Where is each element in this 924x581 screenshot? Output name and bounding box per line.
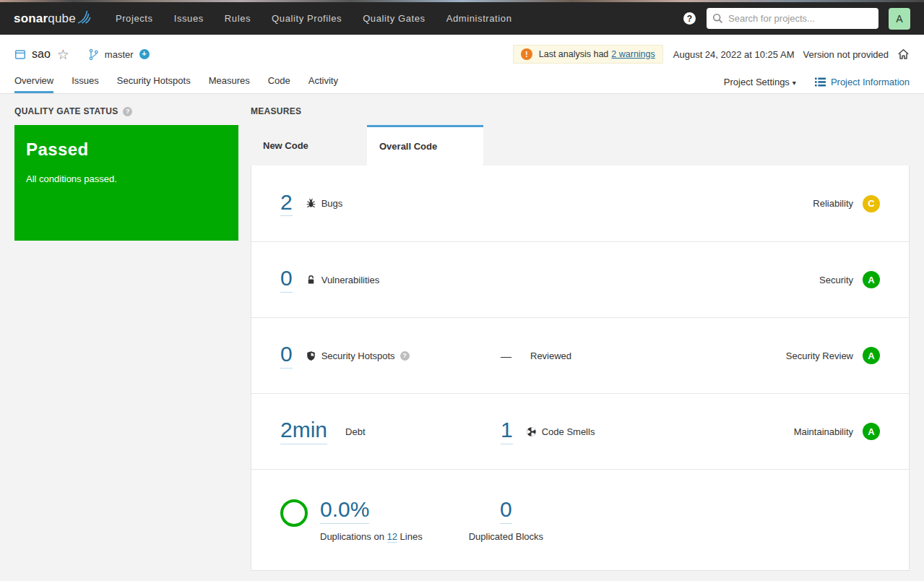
project-information-button[interactable]: Project Information <box>815 77 910 87</box>
nav-item-issues[interactable]: Issues <box>174 13 204 24</box>
tab-issues[interactable]: Issues <box>72 72 99 93</box>
hotspots-cell: 0 Security Hotspots ? <box>280 343 501 369</box>
tab-activity[interactable]: Activity <box>308 72 338 93</box>
measure-row-bugs: 2 Bugs Reliability C <box>251 165 909 241</box>
tab-overview[interactable]: Overview <box>14 72 53 93</box>
logo-swoosh-icon <box>77 9 92 25</box>
home-icon[interactable] <box>897 48 910 60</box>
security-review-rating-badge: A <box>863 347 880 364</box>
measures-heading: MEASURES <box>251 106 910 116</box>
measure-row-maintainability: 2min Debt 1 Co <box>251 393 909 469</box>
analysis-warning-badge: ! Last analysis had 2 warnings <box>513 45 663 64</box>
favorite-star-icon[interactable]: ☆ <box>57 48 69 61</box>
open-lock-icon <box>306 275 316 285</box>
quality-gate-heading: QUALITY GATE STATUS ? <box>14 106 238 116</box>
measure-row-security-hotspots: 0 Security Hotspots ? — Reviewed <box>251 317 909 393</box>
tab-code[interactable]: Code <box>268 72 290 93</box>
tab-measures[interactable]: Measures <box>209 72 250 93</box>
measures-section: MEASURES New Code Overall Code 2 Bugs <box>251 106 910 571</box>
overview-content: QUALITY GATE STATUS ? Passed All conditi… <box>0 94 924 581</box>
duplications-percent-link[interactable]: 0.0% <box>320 498 369 524</box>
bugs-count-link[interactable]: 2 <box>280 191 293 217</box>
project-settings-dropdown[interactable]: Project Settings▾ <box>724 77 796 87</box>
tab-overall-code[interactable]: Overall Code <box>367 125 483 165</box>
search-input[interactable] <box>707 8 878 29</box>
debt-label: Debt <box>345 426 365 437</box>
project-header-meta: ! Last analysis had 2 warnings August 24… <box>513 45 910 64</box>
maintainability-rating-badge: A <box>863 423 880 440</box>
maintainability-label: Maintainability <box>794 426 853 437</box>
shield-icon <box>306 350 316 361</box>
duplications-cell: 0.0% Duplications on 12 Lines <box>320 498 423 542</box>
maintainability-rating-group: Maintainability A <box>794 423 880 440</box>
project-header: sao ☆ master + ! Last analysis had 2 war… <box>0 35 924 94</box>
quality-gate-section: QUALITY GATE STATUS ? Passed All conditi… <box>14 106 238 571</box>
project-information-label: Project Information <box>831 77 910 87</box>
nav-item-quality-gates[interactable]: Quality Gates <box>363 13 426 24</box>
hotspots-label: Security Hotspots <box>321 350 395 361</box>
nav-item-projects[interactable]: Projects <box>116 13 153 24</box>
hotspots-count-link[interactable]: 0 <box>280 343 293 369</box>
vulnerabilities-label: Vulnerabilities <box>321 275 379 285</box>
warning-icon: ! <box>521 48 532 60</box>
debt-value-link[interactable]: 2min <box>280 418 327 444</box>
search-wrap <box>707 8 878 29</box>
main-nav: Projects Issues Rules Quality Profiles Q… <box>116 13 533 24</box>
project-identity: sao ☆ <box>14 48 69 61</box>
navbar-right: ? A <box>683 8 910 30</box>
duplications-label: Duplications on 12 Lines <box>320 531 423 542</box>
logo-text: sonarqube <box>14 12 76 26</box>
branch-selector: master + <box>88 48 150 61</box>
tab-new-code[interactable]: New Code <box>251 125 367 165</box>
tab-security-hotspots[interactable]: Security Hotspots <box>117 72 191 93</box>
security-rating-group: Security A <box>819 271 880 288</box>
project-icon <box>14 48 26 60</box>
help-icon[interactable]: ? <box>683 12 696 25</box>
branch-name: master <box>105 49 134 60</box>
measures-tabs: New Code Overall Code <box>251 125 910 165</box>
reliability-rating-badge: C <box>863 195 880 212</box>
security-label: Security <box>819 275 853 285</box>
branch-plus-icon[interactable]: + <box>139 49 150 59</box>
vulnerabilities-count-link[interactable]: 0 <box>280 267 293 293</box>
code-smell-icon <box>526 426 537 437</box>
project-tabs-row: Overview Issues Security Hotspots Measur… <box>14 72 910 93</box>
code-smells-group: 1 Code Smells <box>501 418 794 444</box>
bugs-label: Bugs <box>321 198 343 209</box>
code-smells-metric: Code Smells <box>526 426 595 437</box>
duplication-ring-icon <box>280 499 308 527</box>
duplicated-blocks-link[interactable]: 0 <box>500 498 512 524</box>
code-smells-count-link[interactable]: 1 <box>501 418 513 444</box>
measures-panel: 2 Bugs Reliability C <box>251 165 910 571</box>
bugs-metric: Bugs <box>306 198 343 209</box>
measure-row-vulnerabilities: 0 Vulnerabilities Security A <box>251 241 909 317</box>
bugs-cell: 2 Bugs <box>280 191 501 217</box>
quality-gate-description: All conditions passed. <box>26 173 227 184</box>
hotspots-metric: Security Hotspots ? <box>306 350 410 361</box>
branch-icon <box>88 48 99 61</box>
debt-cell: 2min Debt <box>280 418 501 444</box>
project-tabs-right: Project Settings▾ Project Information <box>724 77 910 93</box>
reviewed-value: — <box>501 350 511 362</box>
measure-row-duplications: 0.0% Duplications on 12 Lines 0 Duplicat… <box>251 469 909 570</box>
sonarqube-logo[interactable]: sonarqube <box>14 12 92 26</box>
search-icon <box>712 13 723 24</box>
avatar[interactable]: A <box>889 8 910 30</box>
reviewed-label: Reviewed <box>530 350 571 361</box>
bug-icon <box>306 198 316 209</box>
project-name: sao <box>32 48 51 61</box>
nav-item-administration[interactable]: Administration <box>446 13 512 24</box>
quality-gate-panel: Passed All conditions passed. <box>14 125 238 241</box>
quality-gate-help-icon[interactable]: ? <box>123 107 132 116</box>
reliability-rating-group: Reliability C <box>813 195 880 212</box>
version-label: Version not provided <box>803 49 889 60</box>
hotspots-reviewed-group: — Reviewed <box>501 350 786 362</box>
code-smells-label: Code Smells <box>542 426 595 437</box>
warnings-link[interactable]: 2 warnings <box>611 49 655 59</box>
duplicated-lines-link[interactable]: 12 <box>387 531 397 543</box>
nav-item-rules[interactable]: Rules <box>225 13 251 24</box>
chevron-down-icon: ▾ <box>793 79 796 87</box>
nav-item-quality-profiles[interactable]: Quality Profiles <box>272 13 342 24</box>
duplicated-blocks-cell: 0 Duplicated Blocks <box>469 498 543 542</box>
hotspots-help-icon[interactable]: ? <box>400 351 410 361</box>
